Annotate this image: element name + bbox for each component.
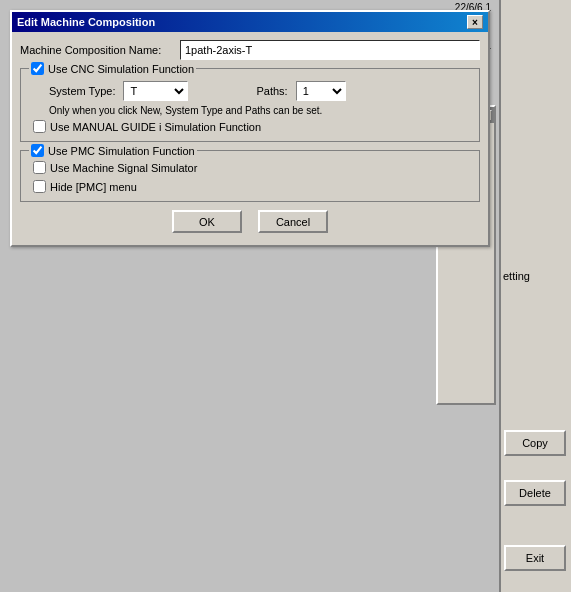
system-type-label: System Type: — [49, 85, 115, 97]
pmc-checkbox-label[interactable]: Use PMC Simulation Function — [31, 144, 195, 157]
pmc-group-box: Use PMC Simulation Function Use Machine … — [20, 150, 480, 202]
dialog-content: Machine Composition Name: Use CNC Simula… — [12, 32, 488, 245]
edit-machine-composition-dialog: Edit Machine Composition × Machine Compo… — [10, 10, 490, 247]
manual-guide-checkbox[interactable] — [33, 120, 46, 133]
manual-guide-row: Use MANUAL GUIDE i Simulation Function — [33, 120, 471, 133]
copy-button[interactable]: Copy — [504, 430, 566, 456]
exit-button[interactable]: Exit — [504, 545, 566, 571]
hide-pmc-row: Hide [PMC] menu — [33, 180, 471, 193]
hint-text: Only when you click New, System Type and… — [49, 105, 471, 116]
machine-signal-text: Use Machine Signal Simulator — [50, 162, 197, 174]
paths-label: Paths: — [256, 85, 287, 97]
manual-guide-text: Use MANUAL GUIDE i Simulation Function — [50, 121, 261, 133]
dialog-close-button[interactable]: × — [467, 15, 483, 29]
pmc-checkbox-text: Use PMC Simulation Function — [48, 145, 195, 157]
right-panel: etting Copy Delete Exit — [499, 0, 571, 592]
cnc-checkbox-label[interactable]: Use CNC Simulation Function — [31, 62, 194, 75]
machine-signal-checkbox[interactable] — [33, 161, 46, 174]
system-type-row: System Type: T Paths: 1 — [29, 81, 471, 101]
setting-label: etting — [503, 270, 530, 282]
cnc-group-legend: Use CNC Simulation Function — [29, 62, 196, 75]
hide-pmc-label[interactable]: Hide [PMC] menu — [33, 180, 471, 193]
system-type-select[interactable]: T — [123, 81, 188, 101]
button-row: OK Cancel — [20, 210, 480, 233]
dialog-title: Edit Machine Composition — [17, 16, 155, 28]
pmc-group-legend: Use PMC Simulation Function — [29, 144, 197, 157]
delete-button[interactable]: Delete — [504, 480, 566, 506]
cancel-button[interactable]: Cancel — [258, 210, 328, 233]
ok-button[interactable]: OK — [172, 210, 242, 233]
machine-composition-name-input[interactable] — [180, 40, 480, 60]
machine-signal-row: Use Machine Signal Simulator — [33, 161, 471, 174]
cnc-group-box: Use CNC Simulation Function System Type:… — [20, 68, 480, 142]
cnc-checkbox[interactable] — [31, 62, 44, 75]
dialog-titlebar: Edit Machine Composition × — [12, 12, 488, 32]
pmc-checkbox[interactable] — [31, 144, 44, 157]
cnc-checkbox-text: Use CNC Simulation Function — [48, 63, 194, 75]
paths-select[interactable]: 1 — [296, 81, 346, 101]
manual-guide-label[interactable]: Use MANUAL GUIDE i Simulation Function — [33, 120, 471, 133]
machine-signal-label[interactable]: Use Machine Signal Simulator — [33, 161, 471, 174]
hide-pmc-text: Hide [PMC] menu — [50, 181, 137, 193]
name-row: Machine Composition Name: — [20, 40, 480, 60]
hide-pmc-checkbox[interactable] — [33, 180, 46, 193]
name-label: Machine Composition Name: — [20, 44, 180, 56]
